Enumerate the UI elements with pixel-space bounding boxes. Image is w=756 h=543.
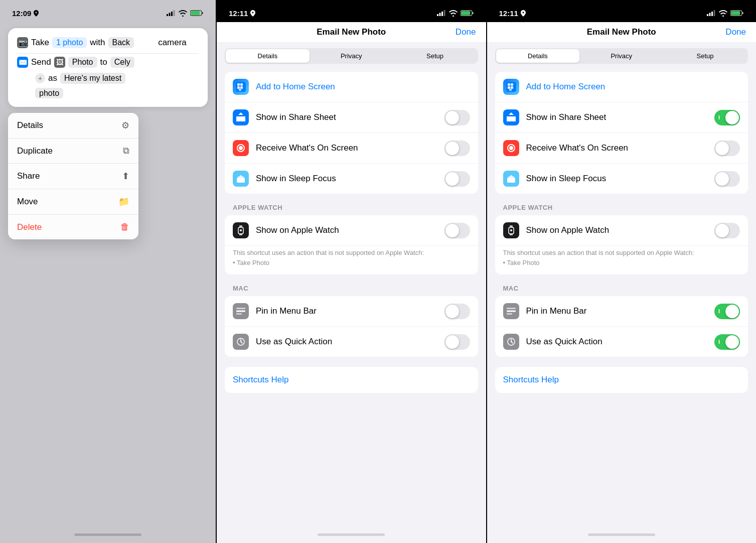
svg-rect-17 <box>239 89 241 91</box>
share-sheet-toggle-3[interactable]: I <box>714 110 740 125</box>
battery-icon-2 <box>461 10 474 17</box>
svg-rect-54 <box>507 313 512 315</box>
quick-action-label-3: Use as Quick Action <box>526 337 715 347</box>
menu-delete[interactable]: Delete 🗑 <box>8 215 138 239</box>
screen-rec-label-2: Receive What's On Screen <box>256 143 444 153</box>
svg-rect-50 <box>510 233 513 235</box>
svg-rect-42 <box>509 89 512 91</box>
nav-done-3[interactable]: Done <box>725 27 746 37</box>
quick-action-toggle-2[interactable] <box>444 334 470 350</box>
home-indicator-2 <box>217 526 486 543</box>
sleep-toggle-2[interactable] <box>444 171 470 187</box>
svg-rect-8 <box>441 12 443 16</box>
wifi-icon-1 <box>179 10 187 17</box>
as-word: as <box>48 73 57 83</box>
svg-rect-38 <box>508 83 510 86</box>
list-quick-action-3: Use as Quick Action I <box>495 327 748 357</box>
location-icon <box>34 10 39 17</box>
menu-duplicate[interactable]: Duplicate ⧉ <box>8 139 138 164</box>
menu-details[interactable]: Details ⚙ <box>8 113 138 139</box>
menu-bar-toggle-3[interactable]: I <box>714 304 740 319</box>
tab-setup-3[interactable]: Setup <box>663 49 747 63</box>
menu-delete-label: Delete <box>17 222 42 232</box>
list-sleep-focus-2: Show in Sleep Focus <box>225 164 478 194</box>
svg-rect-5 <box>191 11 200 15</box>
menu-bar-toggle-2[interactable] <box>444 304 470 319</box>
quick-action-toggle-3[interactable]: I <box>714 334 740 350</box>
screen-rec-icon-2 <box>233 140 249 156</box>
list-share-sheet-2: Show in Share Sheet <box>225 102 478 133</box>
svg-rect-33 <box>711 12 713 16</box>
apple-watch-icon-3 <box>503 222 519 238</box>
svg-rect-24 <box>239 225 242 227</box>
phone-panel-1: 12:09 📷 Take 1 photo with Back camera ✉️ <box>0 0 216 543</box>
camera-token: Back <box>108 37 134 48</box>
tab-setup-2[interactable]: Setup <box>393 49 477 63</box>
svg-rect-41 <box>511 86 513 89</box>
mail-icon: ✉️ <box>17 57 28 68</box>
svg-rect-40 <box>508 86 510 89</box>
watch-note-2: This shortcut uses an action that is not… <box>225 246 478 275</box>
share-sheet-toggle-2[interactable] <box>444 110 470 125</box>
main-section-card-3: Add to Home Screen Show in Share Sheet I… <box>495 72 748 194</box>
sleep-toggle-3[interactable] <box>714 171 740 187</box>
shortcuts-help-3: Shortcuts Help <box>495 367 748 393</box>
to-word: to <box>100 57 107 67</box>
folder-icon: 📁 <box>118 196 129 207</box>
svg-rect-27 <box>236 308 245 309</box>
photo-token: Photo <box>68 57 97 68</box>
tab-privacy-2[interactable]: Privacy <box>310 49 393 63</box>
signal-icon-1 <box>167 10 176 16</box>
svg-rect-15 <box>237 86 240 89</box>
mac-card-2: Pin in Menu Bar Use as Quick Action <box>225 296 478 357</box>
menu-bar-label-2: Pin in Menu Bar <box>256 306 444 316</box>
nav-title-2: Email New Photo <box>317 27 386 37</box>
apple-watch-toggle-2[interactable] <box>444 223 470 238</box>
apple-watch-toggle-3[interactable] <box>714 223 740 238</box>
quick-action-icon-2 <box>233 334 249 350</box>
shortcut-card: 📷 Take 1 photo with Back camera ✉️ Send … <box>8 28 208 107</box>
svg-rect-52 <box>507 308 516 309</box>
svg-rect-7 <box>439 13 440 17</box>
segment-3: Details Privacy Setup <box>495 48 748 64</box>
screen-rec-toggle-3[interactable] <box>714 141 740 156</box>
message-token: Here's my latest <box>60 73 125 84</box>
context-menu: Details ⚙ Duplicate ⧉ Share ⬆ Move 📁 Del… <box>8 113 138 239</box>
home-bar-1 <box>74 533 141 536</box>
svg-point-22 <box>240 175 242 177</box>
quick-action-icon-3 <box>503 334 519 350</box>
home-bar-2 <box>318 533 385 536</box>
svg-rect-2 <box>171 12 173 16</box>
photo-count-token: 1 photo <box>52 37 87 48</box>
nav-done-2[interactable]: Done <box>456 27 476 37</box>
menu-share[interactable]: Share ⬆ <box>8 164 138 189</box>
list-home-screen-3[interactable]: Add to Home Screen <box>495 72 748 102</box>
tab-privacy-3[interactable]: Privacy <box>579 49 663 63</box>
tab-details-3[interactable]: Details <box>496 49 580 63</box>
menu-move[interactable]: Move 📁 <box>8 189 138 215</box>
screen-rec-toggle-2[interactable] <box>444 141 470 156</box>
nav-title-3: Email New Photo <box>587 27 656 37</box>
svg-rect-31 <box>707 14 708 16</box>
svg-rect-1 <box>169 13 171 17</box>
shortcuts-help-link-3[interactable]: Shortcuts Help <box>503 375 559 384</box>
camera-icon: 📷 <box>17 37 28 48</box>
nav-bar-3: Email New Photo Done <box>487 22 757 42</box>
home-indicator-3 <box>487 526 757 543</box>
list-home-screen-2[interactable]: Add to Home Screen <box>225 72 478 102</box>
signal-icon-2 <box>437 10 446 16</box>
take-word: Take <box>31 38 49 48</box>
with-word: with <box>90 38 105 48</box>
share-sheet-icon-3 <box>503 109 519 125</box>
mac-header-2: MAC <box>225 285 478 296</box>
svg-point-19 <box>239 146 243 150</box>
svg-rect-39 <box>511 83 513 86</box>
svg-rect-53 <box>507 311 516 312</box>
shortcuts-help-link-2[interactable]: Shortcuts Help <box>233 375 289 384</box>
phone-panel-3: 12:11 Email New Photo Done Details Priva… <box>487 0 757 543</box>
tab-details-2[interactable]: Details <box>226 49 310 63</box>
trash-icon: 🗑 <box>120 222 129 232</box>
status-bar-3: 12:11 <box>487 0 757 22</box>
home-screen-label-3: Add to Home Screen <box>526 82 740 92</box>
photo-word-token: photo <box>35 88 63 98</box>
